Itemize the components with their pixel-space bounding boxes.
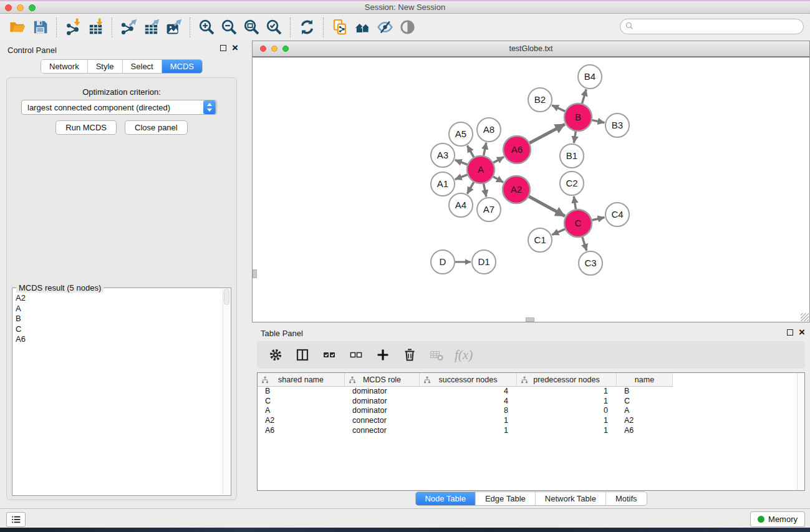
- node-A6[interactable]: A6: [503, 136, 531, 163]
- cell[interactable]: 1: [420, 416, 517, 426]
- table-row[interactable]: Adominator80A: [258, 406, 797, 416]
- edge-B-B2[interactable]: [552, 105, 565, 112]
- horizontal-scrollbar-thumb[interactable]: [526, 317, 534, 322]
- edge-A-A3[interactable]: [455, 160, 468, 164]
- add-column-button[interactable]: [374, 344, 392, 365]
- tab-node-table[interactable]: Node Table: [415, 492, 476, 505]
- cell[interactable]: C: [258, 397, 345, 407]
- edge-A-A1[interactable]: [455, 175, 468, 179]
- column-view-button[interactable]: [294, 344, 311, 365]
- cell[interactable]: connector: [345, 416, 420, 426]
- cell[interactable]: C: [617, 397, 673, 407]
- close-table-panel-icon[interactable]: ×: [799, 329, 805, 336]
- result-item[interactable]: A: [14, 304, 222, 314]
- tab-style[interactable]: Style: [88, 60, 123, 73]
- select-all-button[interactable]: [321, 344, 338, 365]
- vertical-scrollbar-thumb[interactable]: [253, 269, 257, 278]
- edge-B-B4[interactable]: [582, 89, 586, 104]
- cell[interactable]: B: [258, 387, 345, 397]
- cell[interactable]: 4: [420, 387, 517, 397]
- task-history-button[interactable]: [6, 512, 26, 527]
- node-A2[interactable]: A2: [503, 176, 530, 203]
- node-C1[interactable]: C1: [528, 228, 552, 252]
- search-input[interactable]: [620, 19, 804, 34]
- node-A3[interactable]: A3: [431, 143, 455, 167]
- resize-grip[interactable]: [801, 313, 809, 321]
- node-B[interactable]: B: [564, 104, 592, 131]
- edge-C-C2[interactable]: [574, 196, 576, 210]
- delete-column-button[interactable]: [401, 344, 418, 365]
- node-A8[interactable]: A8: [477, 118, 501, 142]
- column-header-name[interactable]: name: [617, 373, 673, 386]
- open-file-button[interactable]: [6, 17, 29, 38]
- edge-A-A6[interactable]: [493, 157, 504, 163]
- node-C2[interactable]: C2: [560, 172, 584, 195]
- cell[interactable]: 1: [420, 426, 517, 436]
- column-header-predecessor-nodes[interactable]: predecessor nodes: [517, 373, 617, 386]
- node-B1[interactable]: B1: [560, 144, 584, 168]
- cell[interactable]: 1: [517, 426, 617, 436]
- zoom-fit-button[interactable]: [240, 17, 263, 38]
- node-B2[interactable]: B2: [528, 88, 552, 112]
- float-panel-icon[interactable]: [220, 45, 226, 51]
- cell[interactable]: dominator: [345, 397, 420, 407]
- cell[interactable]: B: [617, 387, 673, 397]
- node-C3[interactable]: C3: [579, 251, 602, 275]
- node-A[interactable]: A: [467, 156, 494, 183]
- column-header-MCDS-role[interactable]: MCDS role: [345, 373, 420, 386]
- column-header-successor-nodes[interactable]: successor nodes: [420, 373, 517, 386]
- settings-gear-button[interactable]: [267, 344, 284, 365]
- cell[interactable]: A2: [617, 416, 673, 426]
- edge-B-B1[interactable]: [574, 132, 576, 143]
- cell[interactable]: A6: [258, 426, 345, 436]
- import-network-button[interactable]: [62, 17, 84, 38]
- cell[interactable]: 1: [517, 387, 617, 397]
- cell[interactable]: dominator: [345, 406, 420, 416]
- edge-A-A4[interactable]: [467, 182, 473, 194]
- edge-B-B3[interactable]: [592, 120, 605, 123]
- show-all-button[interactable]: [396, 17, 418, 38]
- export-network-button[interactable]: [117, 17, 140, 38]
- tab-mcds[interactable]: MCDS: [162, 60, 202, 73]
- edge-A-A5[interactable]: [467, 145, 473, 157]
- cell[interactable]: dominator: [345, 387, 420, 397]
- edge-C-C4[interactable]: [592, 218, 604, 220]
- node-A1[interactable]: A1: [431, 172, 455, 196]
- export-table-button[interactable]: [140, 17, 162, 38]
- memory-button[interactable]: Memory: [750, 511, 805, 527]
- column-header-shared-name[interactable]: shared name: [258, 373, 345, 386]
- table-row[interactable]: Bdominator41B: [258, 387, 797, 397]
- edge-C-C1[interactable]: [552, 229, 565, 235]
- edge-A-A2[interactable]: [493, 177, 503, 182]
- edge-C-C3[interactable]: [582, 237, 587, 251]
- node-A7[interactable]: A7: [477, 198, 501, 221]
- table-scrollbar[interactable]: [797, 373, 804, 490]
- cell[interactable]: A2: [258, 416, 345, 426]
- edge-A-A8[interactable]: [484, 143, 486, 156]
- edge-A2-C[interactable]: [529, 196, 565, 216]
- result-item[interactable]: A2: [14, 293, 222, 304]
- cell[interactable]: connector: [345, 426, 420, 436]
- edge-A-A7[interactable]: [484, 184, 486, 197]
- table-row[interactable]: A6connector11A6: [258, 426, 797, 436]
- node-A4[interactable]: A4: [449, 193, 473, 217]
- node-B3[interactable]: B3: [605, 114, 629, 137]
- zoom-in-button[interactable]: [195, 17, 218, 38]
- export-image-button[interactable]: [162, 17, 185, 38]
- result-item[interactable]: A6: [14, 334, 222, 345]
- hide-selected-button[interactable]: [374, 17, 396, 38]
- node-C4[interactable]: C4: [605, 203, 629, 226]
- close-panel-icon[interactable]: ×: [232, 45, 238, 51]
- cell[interactable]: 8: [420, 406, 517, 416]
- node-C[interactable]: C: [564, 210, 592, 237]
- optimization-dropdown[interactable]: largest connected component (directed): [21, 100, 217, 115]
- node-D1[interactable]: D1: [472, 250, 496, 274]
- cell[interactable]: A: [617, 406, 673, 416]
- network-canvas[interactable]: AA1A2A3A4A5A6A7A8BB1B2B3B4CC1C2C3C4DD1: [253, 57, 809, 322]
- tab-motifs[interactable]: Motifs: [606, 492, 647, 505]
- node-A5[interactable]: A5: [449, 122, 473, 146]
- clone-network-button[interactable]: [329, 17, 351, 38]
- result-item[interactable]: C: [14, 324, 222, 335]
- result-scrollbar[interactable]: [223, 289, 230, 495]
- tab-select[interactable]: Select: [123, 60, 162, 73]
